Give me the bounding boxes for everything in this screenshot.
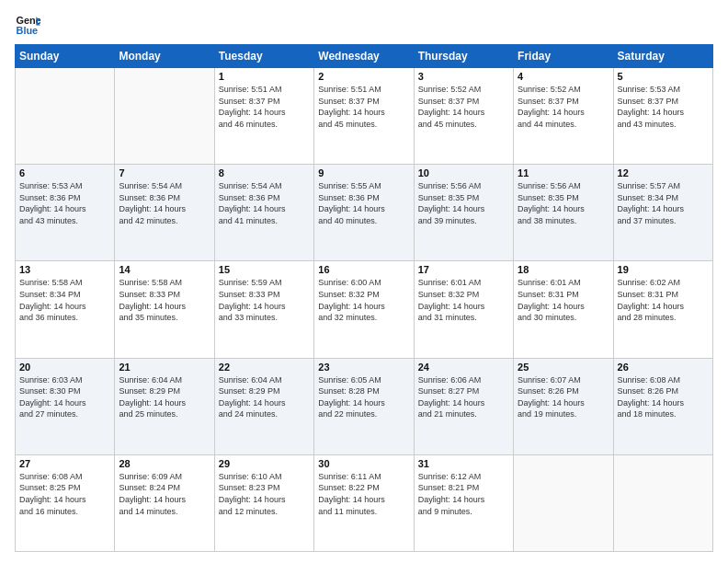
cell-content: Sunrise: 5:53 AM Sunset: 8:36 PM Dayligh… [19, 180, 110, 226]
day-number: 5 [618, 71, 709, 82]
calendar-cell: 7Sunrise: 5:54 AM Sunset: 8:36 PM Daylig… [115, 165, 214, 261]
calendar-body: 1Sunrise: 5:51 AM Sunset: 8:37 PM Daylig… [16, 68, 713, 552]
cell-content: Sunrise: 5:56 AM Sunset: 8:35 PM Dayligh… [518, 180, 609, 226]
cell-content: Sunrise: 6:00 AM Sunset: 8:32 PM Dayligh… [318, 277, 409, 323]
day-number: 14 [119, 264, 210, 275]
cell-content: Sunrise: 6:07 AM Sunset: 8:26 PM Dayligh… [518, 374, 609, 420]
day-number: 1 [219, 71, 310, 82]
day-number: 17 [418, 264, 509, 275]
cell-content: Sunrise: 5:53 AM Sunset: 8:37 PM Dayligh… [618, 84, 709, 130]
cell-content: Sunrise: 5:52 AM Sunset: 8:37 PM Dayligh… [518, 84, 609, 130]
day-number: 6 [19, 167, 110, 178]
cell-content: Sunrise: 5:55 AM Sunset: 8:36 PM Dayligh… [318, 180, 409, 226]
day-number: 22 [219, 362, 310, 373]
day-number: 25 [518, 362, 609, 373]
day-number: 28 [119, 458, 210, 469]
calendar-cell: 8Sunrise: 5:54 AM Sunset: 8:36 PM Daylig… [214, 165, 313, 261]
calendar-cell: 6Sunrise: 5:53 AM Sunset: 8:36 PM Daylig… [16, 165, 115, 261]
calendar-cell: 12Sunrise: 5:57 AM Sunset: 8:34 PM Dayli… [613, 165, 712, 261]
calendar-cell: 4Sunrise: 5:52 AM Sunset: 8:37 PM Daylig… [514, 68, 613, 165]
day-number: 23 [318, 362, 409, 373]
cell-content: Sunrise: 5:57 AM Sunset: 8:34 PM Dayligh… [618, 180, 709, 226]
calendar-header-row: SundayMondayTuesdayWednesdayThursdayFrid… [16, 45, 713, 68]
calendar-cell: 22Sunrise: 6:04 AM Sunset: 8:29 PM Dayli… [214, 358, 313, 454]
day-number: 11 [518, 167, 609, 178]
calendar: SundayMondayTuesdayWednesdayThursdayFrid… [15, 44, 713, 552]
day-number: 21 [119, 362, 210, 373]
calendar-cell: 21Sunrise: 6:04 AM Sunset: 8:29 PM Dayli… [115, 358, 214, 454]
day-number: 8 [219, 167, 310, 178]
calendar-cell: 29Sunrise: 6:10 AM Sunset: 8:23 PM Dayli… [214, 454, 313, 551]
svg-text:Blue: Blue [17, 25, 39, 36]
cell-content: Sunrise: 5:56 AM Sunset: 8:35 PM Dayligh… [418, 180, 509, 226]
day-number: 13 [19, 264, 110, 275]
cell-content: Sunrise: 6:05 AM Sunset: 8:28 PM Dayligh… [318, 374, 409, 420]
calendar-week-3: 13Sunrise: 5:58 AM Sunset: 8:34 PM Dayli… [16, 261, 713, 358]
cell-content: Sunrise: 6:01 AM Sunset: 8:32 PM Dayligh… [418, 277, 509, 323]
day-number: 2 [318, 71, 409, 82]
weekday-header-sunday: Sunday [16, 45, 115, 68]
cell-content: Sunrise: 5:51 AM Sunset: 8:37 PM Dayligh… [219, 84, 310, 130]
weekday-header-monday: Monday [115, 45, 214, 68]
cell-content: Sunrise: 6:08 AM Sunset: 8:26 PM Dayligh… [618, 374, 709, 420]
calendar-cell: 19Sunrise: 6:02 AM Sunset: 8:31 PM Dayli… [613, 261, 712, 358]
cell-content: Sunrise: 6:10 AM Sunset: 8:23 PM Dayligh… [219, 471, 310, 517]
weekday-header-thursday: Thursday [414, 45, 513, 68]
calendar-cell: 5Sunrise: 5:53 AM Sunset: 8:37 PM Daylig… [613, 68, 712, 165]
header: General Blue [15, 11, 713, 37]
cell-content: Sunrise: 5:51 AM Sunset: 8:37 PM Dayligh… [318, 84, 409, 130]
day-number: 12 [618, 167, 709, 178]
calendar-cell: 15Sunrise: 5:59 AM Sunset: 8:33 PM Dayli… [214, 261, 313, 358]
day-number: 15 [219, 264, 310, 275]
day-number: 10 [418, 167, 509, 178]
day-number: 16 [318, 264, 409, 275]
cell-content: Sunrise: 6:09 AM Sunset: 8:24 PM Dayligh… [119, 471, 210, 517]
cell-content: Sunrise: 5:54 AM Sunset: 8:36 PM Dayligh… [219, 180, 310, 226]
day-number: 26 [618, 362, 709, 373]
day-number: 3 [418, 71, 509, 82]
calendar-cell: 23Sunrise: 6:05 AM Sunset: 8:28 PM Dayli… [314, 358, 414, 454]
cell-content: Sunrise: 5:59 AM Sunset: 8:33 PM Dayligh… [219, 277, 310, 323]
weekday-header-tuesday: Tuesday [214, 45, 313, 68]
day-number: 29 [219, 458, 310, 469]
day-number: 18 [518, 264, 609, 275]
calendar-cell [16, 68, 115, 165]
calendar-cell: 16Sunrise: 6:00 AM Sunset: 8:32 PM Dayli… [314, 261, 414, 358]
day-number: 20 [19, 362, 110, 373]
calendar-cell: 10Sunrise: 5:56 AM Sunset: 8:35 PM Dayli… [414, 165, 513, 261]
day-number: 30 [318, 458, 409, 469]
cell-content: Sunrise: 6:11 AM Sunset: 8:22 PM Dayligh… [318, 471, 409, 517]
logo-icon: General Blue [15, 11, 40, 37]
cell-content: Sunrise: 6:04 AM Sunset: 8:29 PM Dayligh… [219, 374, 310, 420]
cell-content: Sunrise: 6:02 AM Sunset: 8:31 PM Dayligh… [618, 277, 709, 323]
calendar-week-4: 20Sunrise: 6:03 AM Sunset: 8:30 PM Dayli… [16, 358, 713, 454]
day-number: 4 [518, 71, 609, 82]
calendar-cell: 24Sunrise: 6:06 AM Sunset: 8:27 PM Dayli… [414, 358, 513, 454]
calendar-cell: 9Sunrise: 5:55 AM Sunset: 8:36 PM Daylig… [314, 165, 414, 261]
cell-content: Sunrise: 6:04 AM Sunset: 8:29 PM Dayligh… [119, 374, 210, 420]
calendar-cell: 11Sunrise: 5:56 AM Sunset: 8:35 PM Dayli… [514, 165, 613, 261]
cell-content: Sunrise: 6:08 AM Sunset: 8:25 PM Dayligh… [19, 471, 110, 517]
day-number: 31 [418, 458, 509, 469]
calendar-cell: 31Sunrise: 6:12 AM Sunset: 8:21 PM Dayli… [414, 454, 513, 551]
logo: General Blue [15, 11, 44, 37]
cell-content: Sunrise: 5:52 AM Sunset: 8:37 PM Dayligh… [418, 84, 509, 130]
calendar-cell: 3Sunrise: 5:52 AM Sunset: 8:37 PM Daylig… [414, 68, 513, 165]
weekday-header-saturday: Saturday [613, 45, 712, 68]
weekday-header-wednesday: Wednesday [314, 45, 414, 68]
calendar-week-1: 1Sunrise: 5:51 AM Sunset: 8:37 PM Daylig… [16, 68, 713, 165]
calendar-cell: 26Sunrise: 6:08 AM Sunset: 8:26 PM Dayli… [613, 358, 712, 454]
calendar-cell: 17Sunrise: 6:01 AM Sunset: 8:32 PM Dayli… [414, 261, 513, 358]
calendar-week-5: 27Sunrise: 6:08 AM Sunset: 8:25 PM Dayli… [16, 454, 713, 551]
calendar-cell: 14Sunrise: 5:58 AM Sunset: 8:33 PM Dayli… [115, 261, 214, 358]
cell-content: Sunrise: 6:06 AM Sunset: 8:27 PM Dayligh… [418, 374, 509, 420]
day-number: 7 [119, 167, 210, 178]
calendar-cell: 2Sunrise: 5:51 AM Sunset: 8:37 PM Daylig… [314, 68, 414, 165]
calendar-cell: 13Sunrise: 5:58 AM Sunset: 8:34 PM Dayli… [16, 261, 115, 358]
calendar-week-2: 6Sunrise: 5:53 AM Sunset: 8:36 PM Daylig… [16, 165, 713, 261]
calendar-cell: 27Sunrise: 6:08 AM Sunset: 8:25 PM Dayli… [16, 454, 115, 551]
day-number: 9 [318, 167, 409, 178]
calendar-cell: 20Sunrise: 6:03 AM Sunset: 8:30 PM Dayli… [16, 358, 115, 454]
day-number: 24 [418, 362, 509, 373]
day-number: 19 [618, 264, 709, 275]
